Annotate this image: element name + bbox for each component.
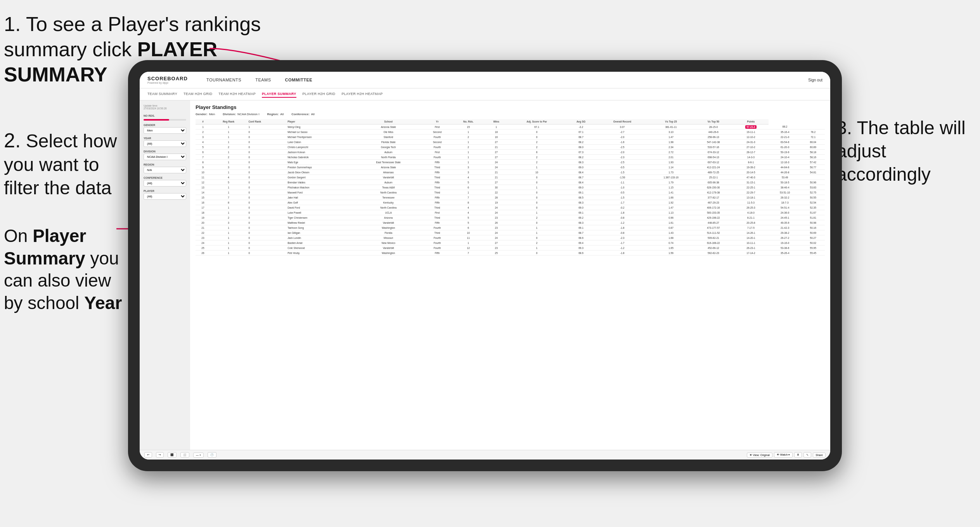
table-cell: Wenyi Ding [286, 124, 354, 130]
table-cell: Auburn [354, 150, 423, 155]
table-row: 810Mats EgeEast Tennessee StateFifth1242… [196, 160, 825, 165]
table-cell: 53-38-6 [769, 245, 802, 251]
table-cell: Petr Hruby [286, 251, 354, 256]
gender-select[interactable]: Men [144, 127, 186, 134]
table-cell: -1.6 [596, 140, 648, 145]
sub-nav-player-h2h-grid[interactable]: PLAYER H2H GRID [303, 91, 336, 98]
table-cell: 1 [210, 190, 247, 195]
toolbar-redo[interactable]: ↪ [156, 452, 164, 458]
table-row: 1250Brendan ValdesAuburnFifth527068.4-1.… [196, 180, 825, 185]
table-cell: -2.7 [596, 130, 648, 135]
table-cell: 4 [452, 175, 485, 180]
table-cell: 68.7 [566, 230, 596, 235]
sub-nav-player-summary[interactable]: PLAYER SUMMARY [262, 91, 296, 98]
table-cell: -1.0 [596, 185, 648, 190]
table-cell: 56.77 [801, 165, 825, 170]
table-cell: 1.15 [648, 185, 693, 190]
logo-sub: Powered by dippi [147, 81, 188, 84]
table-cell: 547-142-38 [694, 140, 734, 145]
watch-btn[interactable]: 👁 Watch ▾ [774, 452, 793, 458]
table-cell: 50.96 [801, 180, 825, 185]
filter-region-label: Region: [267, 112, 279, 116]
table-cell: 7-17-5 [733, 225, 769, 230]
table-cell: 0 [507, 220, 566, 225]
table-cell: North Florida [354, 155, 423, 160]
sub-nav-team-h2h-grid[interactable]: TEAM H2H GRID [184, 91, 212, 98]
table-cell: 52.54 [801, 200, 825, 205]
table-filters: Gender: Men Division: NCAA Division I Re… [196, 112, 825, 116]
table-cell: 58.16 [801, 155, 825, 160]
year-select[interactable]: (All) [144, 140, 186, 147]
table-cell: 0 [247, 185, 286, 190]
table-cell: 2 [507, 215, 566, 220]
view-original-btn[interactable]: 👁 View: Original [747, 453, 772, 458]
table-cell: Fifth [423, 220, 452, 225]
col-overall: Overall Record [596, 119, 648, 124]
table-cell: 15 [452, 124, 485, 130]
table-cell: 0 [247, 225, 286, 230]
table-cell: Stanford [354, 135, 423, 140]
table-cell: 1.43 [648, 230, 693, 235]
table-cell: 12-10-2 [733, 135, 769, 140]
table-cell: 68.4 [566, 180, 596, 185]
table-cell: -2.5 [596, 160, 648, 165]
nav-teams[interactable]: TEAMS [252, 76, 274, 84]
toolbar-clock[interactable]: 🕐 [208, 452, 216, 458]
player-select[interactable]: (All) [144, 193, 186, 200]
table-cell: -3.2 [566, 124, 596, 130]
table-cell: 3.10 [648, 130, 693, 135]
nav-sign-out[interactable]: Sign out [808, 78, 822, 82]
table-cell: 1.387-133-16 [648, 175, 693, 180]
table-cell: 68.7 [566, 175, 596, 180]
table-cell: 2 [507, 145, 566, 150]
download-btn[interactable]: ⬇ [794, 452, 802, 458]
table-row: 1920Tiger ChristensenArizonaThird523269.… [196, 215, 825, 220]
table-cell: 22-29-7 [733, 190, 769, 195]
table-cell: Matthew Riedel [286, 220, 354, 225]
table-cell: -1.8 [596, 225, 648, 230]
table-cell: 54.81 [801, 170, 825, 175]
table-cell: 20-14-5 [733, 170, 769, 175]
table-cell: 1 [485, 124, 507, 130]
table-cell: 14-3-3 [733, 155, 769, 160]
table-cell: 26 [196, 251, 210, 256]
table-cell: 67.3 [566, 150, 596, 155]
nav-tournaments[interactable]: TOURNAMENTS [203, 76, 244, 84]
col-points: Points [733, 119, 769, 124]
table-cell: -1.8 [596, 210, 648, 215]
table-cell: -1.2 [596, 220, 648, 225]
sub-nav-team-summary[interactable]: TEAM SUMMARY [147, 91, 177, 98]
toolbar-view: 👁 View: Original 👁 Watch ▾ ⬇ ⤡ Share [747, 452, 826, 458]
table-cell: 50.98 [801, 220, 825, 225]
table-cell: 68.6 [566, 251, 596, 256]
nav-committee[interactable]: COMMITTEE [282, 76, 316, 84]
share-btn[interactable]: Share [813, 453, 826, 458]
no-rds-slider[interactable] [144, 119, 186, 121]
player-filter: Player (All) [144, 190, 186, 200]
expand-btn[interactable]: ⤡ [803, 452, 811, 458]
col-num: # [196, 119, 210, 124]
table-cell: First [423, 210, 452, 215]
table-cell: 20-25-8 [733, 220, 769, 225]
division-select[interactable]: NCAA Division I [144, 154, 186, 160]
table-cell: 69.0 [566, 205, 596, 210]
table-cell: 68.6 [566, 235, 596, 240]
table-cell: 0 [247, 220, 286, 225]
toolbar-action1[interactable]: ⬛ [168, 452, 177, 458]
toolbar-action2[interactable]: ⬜ [180, 452, 189, 458]
table-cell: 628-150-30 [694, 185, 734, 190]
table-cell: 1.93 [648, 160, 693, 165]
table-cell: 1.14 [648, 165, 693, 170]
table-row: 2310Jack LundinMissouriFourth1124068.6-2… [196, 235, 825, 240]
table-cell: 26-27-2 [769, 235, 802, 240]
table-cell: 4 [210, 175, 247, 180]
toolbar-undo[interactable]: ↩ [144, 452, 152, 458]
table-cell: 57-23-0 [733, 124, 769, 130]
table-cell: 412-179-38 [694, 190, 734, 195]
sub-nav-team-h2h-heatmap[interactable]: TEAM H2H HEATMAP [218, 91, 256, 98]
toolbar-action3[interactable]: — + [193, 453, 204, 458]
table-cell: Auburn [354, 180, 423, 185]
region-select[interactable]: N/A [144, 167, 186, 173]
sub-nav-player-h2h-heatmap[interactable]: PLAYER H2H HEATMAP [341, 91, 383, 98]
conference-select[interactable]: (All) [144, 180, 186, 187]
